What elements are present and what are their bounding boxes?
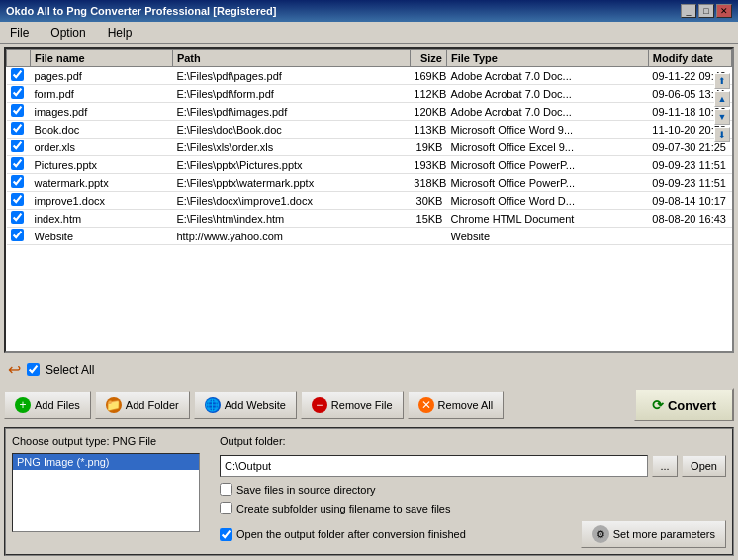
row-type: Microsoft Office Excel 9... xyxy=(446,139,648,156)
row-checkbox-cell[interactable] xyxy=(7,228,31,245)
row-date: 09-08-14 10:17 xyxy=(648,192,731,210)
row-checkbox-2[interactable] xyxy=(11,104,24,117)
output-type-section: Choose output type: PNG File PNG Image (… xyxy=(12,435,210,548)
maximize-button[interactable]: □ xyxy=(698,4,714,18)
checkbox-open-output: Open the output folder after conversion … xyxy=(220,528,466,541)
file-list-panel: File name Path Size File Type Modify dat… xyxy=(4,47,734,353)
table-wrapper[interactable]: File name Path Size File Type Modify dat… xyxy=(6,49,732,351)
row-name: Book.doc xyxy=(30,121,172,139)
file-table: File name Path Size File Type Modify dat… xyxy=(6,49,732,245)
type-list[interactable]: PNG Image (*.png) xyxy=(12,453,200,532)
back-icon: ↩ xyxy=(8,360,21,379)
row-type: Adobe Acrobat 7.0 Doc... xyxy=(446,85,648,103)
row-size: 169KB xyxy=(410,67,446,85)
folder-open-button[interactable]: Open xyxy=(682,455,726,477)
add-website-icon: 🌐 xyxy=(205,397,221,413)
window-controls: _ □ ✕ xyxy=(681,4,732,18)
row-checkbox-cell[interactable] xyxy=(7,85,31,103)
remove-file-button[interactable]: − Remove File xyxy=(301,391,404,419)
output-type-label: Choose output type: PNG File xyxy=(12,435,210,447)
row-path: E:\Files\doc\Book.doc xyxy=(172,121,410,139)
row-name: images.pdf xyxy=(30,103,172,121)
row-path: E:\Files\pptx\watermark.pptx xyxy=(172,174,410,192)
row-path: E:\Files\xls\order.xls xyxy=(172,139,410,156)
output-folder-section: Output folder: ... Open Save files in so… xyxy=(220,435,726,548)
row-checkbox-cell[interactable] xyxy=(7,67,31,85)
row-size: 318KB xyxy=(410,174,446,192)
row-checkbox-9[interactable] xyxy=(11,229,24,241)
row-checkbox-cell[interactable] xyxy=(7,121,31,139)
row-size: 112KB xyxy=(410,85,446,103)
scroll-bottom-button[interactable]: ⬇ xyxy=(714,127,730,142)
scroll-top-button[interactable]: ⬆ xyxy=(714,73,730,89)
row-size: 193KB xyxy=(410,156,446,174)
row-type: Microsoft Office PowerP... xyxy=(446,156,648,174)
button-bar: + Add Files 📁 Add Folder 🌐 Add Website −… xyxy=(4,386,734,423)
row-type: Microsoft Office PowerP... xyxy=(446,174,648,192)
scroll-up-button[interactable]: ▲ xyxy=(714,91,730,107)
row-checkbox-6[interactable] xyxy=(11,175,24,188)
row-name: order.xls xyxy=(30,139,172,156)
row-checkbox-5[interactable] xyxy=(11,157,24,170)
row-checkbox-0[interactable] xyxy=(11,68,24,81)
row-type: Adobe Acrobat 7.0 Doc... xyxy=(446,103,648,121)
table-row: Website http://www.yahoo.com Website xyxy=(7,228,732,245)
row-path: E:\Files\htm\index.htm xyxy=(172,210,410,228)
menu-bar: File Option Help xyxy=(0,22,738,44)
row-checkbox-cell[interactable] xyxy=(7,210,31,228)
folder-browse-button[interactable]: ... xyxy=(652,455,678,477)
row-checkbox-cell[interactable] xyxy=(7,103,31,121)
table-row: Book.doc E:\Files\doc\Book.doc 113KB Mic… xyxy=(7,121,732,139)
row-date xyxy=(648,228,731,245)
convert-button[interactable]: ⟳ Convert xyxy=(634,388,734,421)
row-checkbox-8[interactable] xyxy=(11,211,24,224)
title-bar: Okdo All to Png Converter Professional [… xyxy=(0,0,738,22)
add-files-button[interactable]: + Add Files xyxy=(4,391,91,419)
row-checkbox-cell[interactable] xyxy=(7,174,31,192)
row-path: E:\Files\pdf\pages.pdf xyxy=(172,67,410,85)
row-checkbox-3[interactable] xyxy=(11,122,24,135)
table-row: watermark.pptx E:\Files\pptx\watermark.p… xyxy=(7,174,732,192)
row-checkbox-1[interactable] xyxy=(11,86,24,99)
scroll-down-button[interactable]: ▼ xyxy=(714,109,730,125)
row-checkbox-4[interactable] xyxy=(11,140,24,152)
output-folder-label: Output folder: xyxy=(220,435,726,447)
open-output-checkbox[interactable] xyxy=(220,528,232,541)
add-website-button[interactable]: 🌐 Add Website xyxy=(194,391,297,419)
create-subfolder-checkbox[interactable] xyxy=(220,502,232,514)
table-row: Pictures.pptx E:\Files\pptx\Pictures.ppt… xyxy=(7,156,732,174)
row-checkbox-cell[interactable] xyxy=(7,192,31,210)
row-checkbox-cell[interactable] xyxy=(7,156,31,174)
row-path: E:\Files\pptx\Pictures.pptx xyxy=(172,156,410,174)
row-name: Website xyxy=(30,228,172,245)
row-checkbox-7[interactable] xyxy=(11,193,24,206)
row-path: E:\Files\docx\improve1.docx xyxy=(172,192,410,210)
row-name: watermark.pptx xyxy=(30,174,172,192)
type-list-item-png[interactable]: PNG Image (*.png) xyxy=(13,454,199,470)
set-params-button[interactable]: ⚙ Set more parameters xyxy=(581,520,726,548)
menu-file[interactable]: File xyxy=(4,24,35,42)
remove-all-button[interactable]: ✕ Remove All xyxy=(408,391,505,419)
row-size: 19KB xyxy=(410,139,446,156)
menu-help[interactable]: Help xyxy=(102,24,138,42)
select-all-checkbox[interactable] xyxy=(27,363,40,376)
row-path: E:\Files\pdf\form.pdf xyxy=(172,85,410,103)
row-name: improve1.docx xyxy=(30,192,172,210)
table-row: pages.pdf E:\Files\pdf\pages.pdf 169KB A… xyxy=(7,67,732,85)
row-size: 113KB xyxy=(410,121,446,139)
close-button[interactable]: ✕ xyxy=(716,4,732,18)
minimize-button[interactable]: _ xyxy=(681,4,696,18)
row-type: Website xyxy=(446,228,648,245)
add-folder-button[interactable]: 📁 Add Folder xyxy=(95,391,190,419)
bottom-panel: Choose output type: PNG File PNG Image (… xyxy=(4,427,734,556)
row-name: form.pdf xyxy=(30,85,172,103)
row-checkbox-cell[interactable] xyxy=(7,139,31,156)
row-size xyxy=(410,228,446,245)
save-source-checkbox[interactable] xyxy=(220,483,232,496)
table-row: index.htm E:\Files\htm\index.htm 15KB Ch… xyxy=(7,210,732,228)
row-path: E:\Files\pdf\images.pdf xyxy=(172,103,410,121)
row-date: 09-09-23 11:51 xyxy=(648,156,731,174)
folder-path-input[interactable] xyxy=(220,455,648,477)
menu-option[interactable]: Option xyxy=(45,24,91,42)
row-path: http://www.yahoo.com xyxy=(172,228,410,245)
